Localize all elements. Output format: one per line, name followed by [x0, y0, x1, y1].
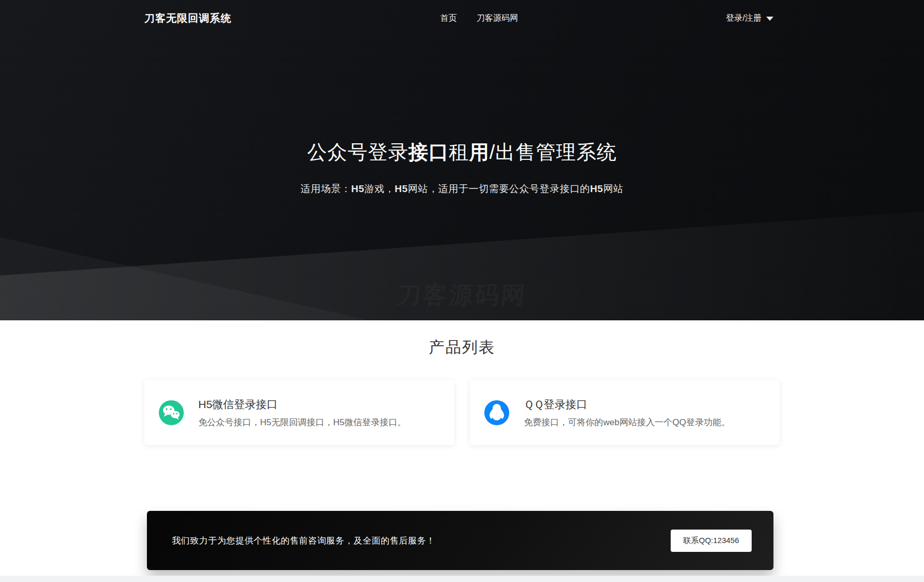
main-nav: 首页 刀客源码网 [440, 0, 518, 36]
hero-subtitle-part: 游戏， [364, 183, 395, 194]
footer-strip [0, 576, 924, 582]
watermark-text: 刀客源码网 [0, 279, 924, 312]
wechat-icon [159, 400, 184, 425]
product-card-description: 免费接口，可将你的web网站接入一个QQ登录功能。 [524, 416, 730, 428]
nav-item-source-site[interactable]: 刀客源码网 [477, 13, 518, 24]
product-card-qq[interactable]: ＱＱ登录接口 免费接口，可将你的web网站接入一个QQ登录功能。 [470, 380, 780, 445]
top-navbar: 刀客无限回调系统 首页 刀客源码网 登录/注册 [144, 0, 780, 36]
hero-subtitle-part: 网站，适用于一切需要公众号登录接口的 [408, 183, 590, 194]
product-card-body: ＱＱ登录接口 免费接口，可将你的web网站接入一个QQ登录功能。 [524, 397, 741, 428]
hero-subtitle-part: 网站 [603, 183, 623, 194]
hero-subtitle-part-bold: H5 [395, 183, 407, 194]
hero-subtitle-part-bold: H5 [590, 183, 603, 194]
hero-subtitle-part-bold: H5 [351, 183, 364, 194]
qq-icon [484, 400, 509, 425]
hero-title: 公众号登录接口租用/出售管理系统 [0, 139, 924, 166]
product-card-list: H5微信登录接口 免公众号接口，H5无限回调接口，H5微信登录接口。 ＱＱ登录接… [144, 380, 780, 445]
login-register-label: 登录/注册 [726, 13, 762, 24]
contact-banner: 我们致力于为您提供个性化的售前咨询服务，及全面的售后服务！ 联系QQ:12345… [147, 511, 773, 570]
contact-message: 我们致力于为您提供个性化的售前咨询服务，及全面的售后服务！ [172, 535, 671, 547]
login-register-dropdown[interactable]: 登录/注册 [726, 0, 773, 36]
hero-title-part-bold: 接口 [409, 141, 449, 163]
product-card-wechat[interactable]: H5微信登录接口 免公众号接口，H5无限回调接口，H5微信登录接口。 [144, 380, 454, 445]
hero-title-part: /出售管理系统 [490, 141, 617, 163]
hero-subtitle: 适用场景：H5游戏，H5网站，适用于一切需要公众号登录接口的H5网站 [0, 182, 924, 196]
hero-subtitle-part: 适用场景： [301, 183, 351, 194]
product-card-body: H5微信登录接口 免公众号接口，H5无限回调接口，H5微信登录接口。 [198, 397, 416, 428]
hero-title-part: 租 [449, 141, 469, 163]
product-card-description: 免公众号接口，H5无限回调接口，H5微信登录接口。 [198, 416, 406, 428]
hero-title-part: 公众号登录 [307, 141, 409, 163]
hero-section: 刀客源码网 刀客无限回调系统 首页 刀客源码网 登录/注册 公众号登录接口租用/… [0, 0, 924, 320]
chevron-down-icon [766, 17, 773, 21]
nav-item-home[interactable]: 首页 [440, 13, 457, 24]
page: 刀客源码网 刀客无限回调系统 首页 刀客源码网 登录/注册 公众号登录接口租用/… [0, 0, 924, 582]
hero-title-part-bold: 用 [469, 141, 490, 163]
brand-logo[interactable]: 刀客无限回调系统 [144, 0, 232, 36]
product-card-title: ＱＱ登录接口 [524, 397, 730, 412]
product-card-title: H5微信登录接口 [198, 397, 406, 412]
products-heading: 产品列表 [0, 337, 924, 358]
contact-qq-button[interactable]: 联系QQ:123456 [671, 530, 752, 552]
